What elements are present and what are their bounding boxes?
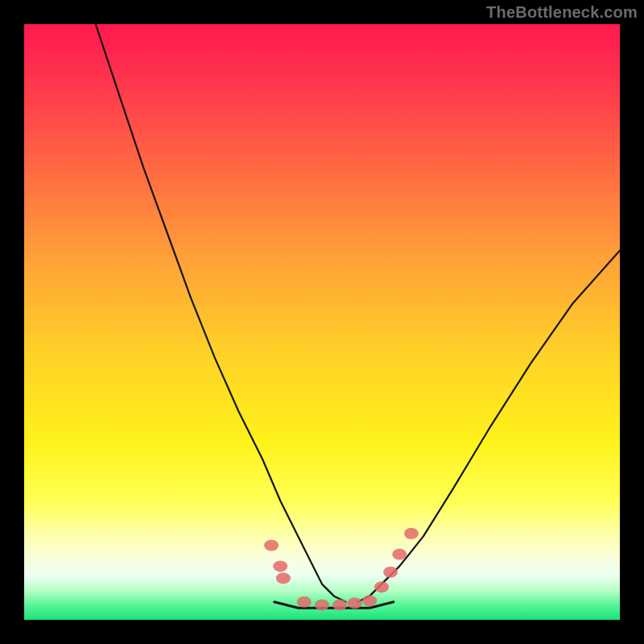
plot-area <box>24 24 620 620</box>
attribution-label: TheBottleneck.com <box>486 3 638 22</box>
background-gradient <box>24 24 620 620</box>
chart-frame: TheBottleneck.com <box>0 0 644 644</box>
svg-rect-0 <box>24 24 620 620</box>
